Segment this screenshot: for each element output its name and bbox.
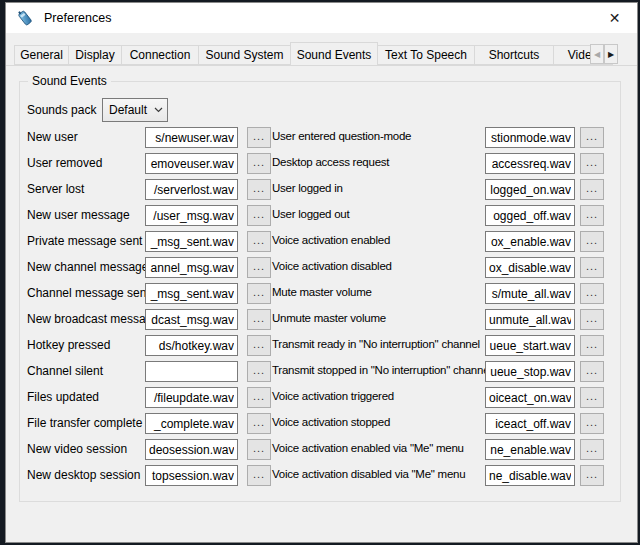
sound-file-input[interactable] bbox=[145, 205, 238, 226]
event-label: Desktop access request bbox=[272, 156, 389, 168]
sound-event-row: Hotkey pressed ... Transmit ready in "No… bbox=[20, 334, 620, 360]
close-button[interactable]: ✕ bbox=[592, 3, 637, 33]
sound-event-row: New channel message ... Voice activation… bbox=[20, 256, 620, 282]
browse-button[interactable]: ... bbox=[247, 335, 271, 356]
tab-general[interactable]: General bbox=[14, 45, 69, 65]
sound-event-row: Channel message sent ... Mute master vol… bbox=[20, 282, 620, 308]
event-label: New user message bbox=[27, 208, 130, 222]
sound-file-input[interactable] bbox=[145, 465, 238, 486]
browse-button[interactable]: ... bbox=[247, 153, 271, 174]
titlebar: Preferences ✕ bbox=[6, 3, 637, 33]
sound-event-row: User removed ... Desktop access request … bbox=[20, 152, 620, 178]
browse-button[interactable]: ... bbox=[247, 179, 271, 200]
browse-button[interactable]: ... bbox=[580, 465, 604, 486]
sound-event-row: New user ... User entered question-mode … bbox=[20, 126, 620, 152]
sound-file-input[interactable] bbox=[145, 361, 238, 382]
tab-bar: General Display Connection Sound System … bbox=[14, 41, 637, 65]
tab-display[interactable]: Display bbox=[68, 45, 122, 65]
sound-event-row: Files updated ... Voice activation trigg… bbox=[20, 386, 620, 412]
sound-file-input[interactable] bbox=[485, 413, 575, 434]
sound-file-input[interactable] bbox=[145, 413, 238, 434]
preferences-dialog: Preferences ✕ General Display Connection… bbox=[5, 2, 638, 543]
browse-button[interactable]: ... bbox=[247, 127, 271, 148]
browse-button[interactable]: ... bbox=[580, 335, 604, 356]
event-label: New user bbox=[27, 130, 78, 144]
browse-button[interactable]: ... bbox=[580, 257, 604, 278]
event-label: User logged out bbox=[272, 208, 349, 220]
tab-sound-system[interactable]: Sound System bbox=[198, 45, 291, 65]
tab-connection[interactable]: Connection bbox=[121, 45, 199, 65]
sound-file-input[interactable] bbox=[485, 179, 575, 200]
browse-button[interactable]: ... bbox=[247, 465, 271, 486]
event-label: Voice activation stopped bbox=[272, 416, 390, 428]
sound-file-input[interactable] bbox=[485, 309, 575, 330]
sound-file-input[interactable] bbox=[145, 153, 238, 174]
browse-button[interactable]: ... bbox=[247, 283, 271, 304]
sound-file-input[interactable] bbox=[485, 335, 575, 356]
sound-file-input[interactable] bbox=[485, 127, 575, 148]
event-label: Voice activation disabled bbox=[272, 260, 392, 272]
event-label: New channel message bbox=[27, 260, 148, 274]
sound-file-input[interactable] bbox=[485, 283, 575, 304]
sound-file-input[interactable] bbox=[485, 153, 575, 174]
browse-button[interactable]: ... bbox=[247, 309, 271, 330]
sound-file-input[interactable] bbox=[485, 257, 575, 278]
sound-event-row: New user message ... User logged out ... bbox=[20, 204, 620, 230]
browse-button[interactable]: ... bbox=[580, 387, 604, 408]
browse-button[interactable]: ... bbox=[580, 231, 604, 252]
tab-sound-events[interactable]: Sound Events bbox=[290, 42, 378, 65]
sounds-pack-dropdown[interactable]: Default bbox=[102, 98, 168, 122]
browse-button[interactable]: ... bbox=[247, 205, 271, 226]
browse-button[interactable]: ... bbox=[580, 413, 604, 434]
tab-shortcuts[interactable]: Shortcuts bbox=[474, 45, 554, 65]
sound-file-input[interactable] bbox=[485, 465, 575, 486]
sound-file-input[interactable] bbox=[485, 387, 575, 408]
sound-file-input[interactable] bbox=[145, 387, 238, 408]
sound-event-row: New broadcast message ... Unmute master … bbox=[20, 308, 620, 334]
sound-file-input[interactable] bbox=[145, 335, 238, 356]
browse-button[interactable]: ... bbox=[580, 205, 604, 226]
sound-event-row: Server lost ... User logged in ... bbox=[20, 178, 620, 204]
event-label: New broadcast message bbox=[27, 312, 159, 326]
close-icon: ✕ bbox=[609, 10, 621, 26]
sound-file-input[interactable] bbox=[145, 179, 238, 200]
sound-event-row: File transfer complete ... Voice activat… bbox=[20, 412, 620, 438]
sound-file-input[interactable] bbox=[145, 127, 238, 148]
browse-button[interactable]: ... bbox=[580, 179, 604, 200]
group-title: Sound Events bbox=[28, 74, 111, 88]
browse-button[interactable]: ... bbox=[247, 257, 271, 278]
tab-text-to-speech[interactable]: Text To Speech bbox=[377, 45, 475, 65]
sound-file-input[interactable] bbox=[485, 361, 575, 382]
sound-file-input[interactable] bbox=[485, 439, 575, 460]
sound-file-input[interactable] bbox=[485, 205, 575, 226]
event-label: Hotkey pressed bbox=[27, 338, 110, 352]
sound-file-input[interactable] bbox=[145, 231, 238, 252]
event-label: Channel silent bbox=[27, 364, 103, 378]
sound-events-pane: Sound Events Sounds pack Default New use… bbox=[6, 65, 637, 542]
tab-scroll-left-icon[interactable]: ◀ bbox=[590, 44, 604, 64]
sound-file-input[interactable] bbox=[145, 257, 238, 278]
event-label: Private message sent bbox=[27, 234, 142, 248]
browse-button[interactable]: ... bbox=[580, 283, 604, 304]
browse-button[interactable]: ... bbox=[247, 231, 271, 252]
event-label: Mute master volume bbox=[272, 286, 372, 298]
event-label: Voice activation triggered bbox=[272, 390, 394, 402]
browse-button[interactable]: ... bbox=[580, 439, 604, 460]
browse-button[interactable]: ... bbox=[247, 361, 271, 382]
sound-file-input[interactable] bbox=[145, 283, 238, 304]
sound-file-input[interactable] bbox=[485, 231, 575, 252]
tab-scroll-buttons: ◀ ▶ bbox=[590, 44, 618, 64]
browse-button[interactable]: ... bbox=[247, 387, 271, 408]
browse-button[interactable]: ... bbox=[580, 361, 604, 382]
browse-button[interactable]: ... bbox=[580, 309, 604, 330]
sound-file-input[interactable] bbox=[145, 309, 238, 330]
browse-button[interactable]: ... bbox=[247, 439, 271, 460]
browse-button[interactable]: ... bbox=[580, 127, 604, 148]
sound-events-group: Sound Events Sounds pack Default New use… bbox=[19, 81, 621, 502]
event-label: Files updated bbox=[27, 390, 99, 404]
browse-button[interactable]: ... bbox=[580, 153, 604, 174]
sound-file-input[interactable] bbox=[145, 439, 238, 460]
chevron-down-icon bbox=[150, 107, 167, 113]
browse-button[interactable]: ... bbox=[247, 413, 271, 434]
tab-scroll-right-icon[interactable]: ▶ bbox=[604, 44, 618, 64]
